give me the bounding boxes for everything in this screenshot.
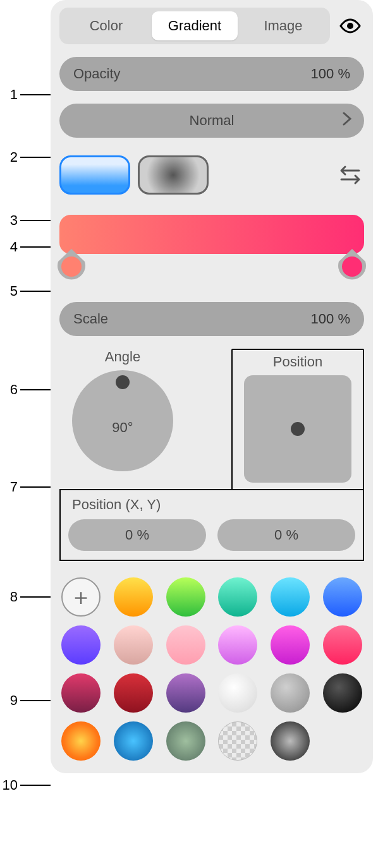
preset-grey[interactable] [271, 673, 310, 713]
preset-cyan[interactable] [271, 577, 310, 617]
swap-arrows-icon [338, 164, 363, 186]
angle-value: 90° [72, 419, 173, 436]
position-xy-group: Position (X, Y) 0 % 0 % [59, 489, 364, 561]
angle-dial[interactable]: 90° [72, 370, 173, 471]
preset-blue[interactable] [323, 577, 362, 617]
preset-magenta[interactable] [271, 625, 310, 665]
tab-color[interactable]: Color [63, 11, 149, 40]
preset-sunset[interactable] [61, 721, 101, 761]
callout-8: 8 [0, 589, 18, 605]
callout-6: 6 [0, 382, 18, 398]
opacity-label: Opacity [73, 66, 311, 82]
gradient-stop-end[interactable] [336, 246, 368, 282]
scale-field[interactable]: Scale 100 % [59, 302, 364, 336]
preset-violet[interactable] [61, 625, 101, 665]
position-pad-handle[interactable] [291, 422, 305, 436]
position-xy-label: Position (X, Y) [72, 497, 355, 513]
preset-sage[interactable] [166, 721, 205, 761]
callout-3: 3 [0, 212, 18, 229]
svg-point-0 [347, 23, 353, 29]
eye-icon [339, 18, 361, 33]
preset-transparent[interactable] [218, 721, 257, 761]
chevron-right-icon [343, 112, 351, 130]
preset-crimson[interactable] [114, 673, 153, 713]
tab-gradient[interactable]: Gradient [152, 11, 238, 40]
callout-4: 4 [0, 239, 18, 255]
gradient-preset-grid: ＋ [59, 577, 364, 761]
preset-teal[interactable] [218, 577, 257, 617]
callout-column: 1 2 3 4 5 6 7 8 9 10 [0, 0, 51, 868]
opacity-value: 100 % [311, 66, 350, 82]
preset-orange-yellow[interactable] [114, 577, 153, 617]
preset-green[interactable] [166, 577, 205, 617]
callout-10: 10 [0, 777, 18, 793]
angle-dial-handle[interactable] [116, 375, 130, 389]
callout-2: 2 [0, 149, 18, 166]
tab-image[interactable]: Image [240, 11, 326, 40]
position-label: Position [239, 354, 357, 370]
position-pad[interactable] [244, 375, 351, 483]
fill-type-tabs: Color Gradient Image [59, 8, 330, 44]
visibility-toggle[interactable] [336, 12, 364, 40]
gradient-type-linear[interactable] [59, 155, 130, 195]
preset-pink-light[interactable] [166, 625, 205, 665]
preset-hot-pink[interactable] [323, 625, 362, 665]
gradient-stop-start[interactable] [56, 246, 87, 282]
callout-1: 1 [0, 87, 18, 103]
scale-value: 100 % [311, 311, 350, 327]
blend-mode-label: Normal [73, 112, 350, 129]
svg-point-2 [342, 256, 362, 277]
gradient-preview-bar[interactable] [59, 215, 364, 254]
preset-ocean[interactable] [114, 721, 153, 761]
preset-dusk[interactable] [166, 673, 205, 713]
position-group: Position [231, 349, 364, 490]
callout-9: 9 [0, 692, 18, 709]
preset-charcoal[interactable] [271, 721, 310, 761]
gradient-type-radial[interactable] [138, 155, 209, 195]
angle-label: Angle [59, 349, 186, 365]
reverse-gradient-button[interactable] [336, 161, 364, 189]
callout-7: 7 [0, 479, 18, 495]
preset-wine[interactable] [61, 673, 101, 713]
preset-black[interactable] [323, 673, 362, 713]
preset-orchid[interactable] [218, 625, 257, 665]
blend-mode-select[interactable]: Normal [59, 104, 364, 138]
position-y-field[interactable]: 0 % [217, 519, 355, 551]
preset-white[interactable] [218, 673, 257, 713]
plus-icon: ＋ [70, 582, 92, 613]
scale-label: Scale [73, 311, 311, 327]
add-preset-button[interactable]: ＋ [61, 577, 101, 617]
callout-5: 5 [0, 283, 18, 299]
position-x-field[interactable]: 0 % [68, 519, 206, 551]
fill-inspector-panel: Color Gradient Image Opacity 100 % Norma… [51, 0, 373, 773]
svg-point-1 [61, 256, 82, 277]
opacity-field[interactable]: Opacity 100 % [59, 57, 364, 91]
preset-blush[interactable] [114, 625, 153, 665]
